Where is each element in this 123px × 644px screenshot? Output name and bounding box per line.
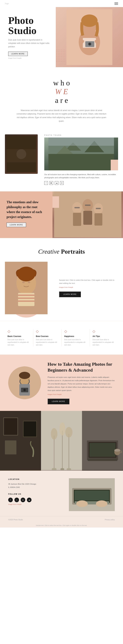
footer: LOCATION 38 Jackson Blvd Ste 1020 Chicag… <box>0 470 123 516</box>
svg-point-42 <box>19 372 30 379</box>
portrait-image-wrap <box>5 262 54 314</box>
happiness-title: Happiness <box>64 335 87 338</box>
gallery-section <box>0 411 123 470</box>
footer-laptop-inner <box>69 478 115 511</box>
peach-decoration-left <box>52 196 59 208</box>
logo: logo <box>5 2 9 5</box>
privacy-policy-link[interactable]: Privacy policy <box>105 519 115 520</box>
follow-us-section: FOLLOW US f t in ☁ Image From Freepik <box>8 493 61 505</box>
man-illustration <box>8 366 41 399</box>
svg-rect-47 <box>24 422 36 436</box>
svg-point-70 <box>76 500 88 507</box>
social-icons-row: f ▶ ☁ ◎ <box>44 181 118 185</box>
quote-section: The emotions and slow philosophy as the … <box>0 192 123 238</box>
tours-caption: Our all inclusive tours are a life-chang… <box>44 173 118 179</box>
portraits-learn-more-button[interactable]: LEARN MORE <box>59 292 81 297</box>
art-tips-desc: Duis aute irure dolor in reprehenderit i… <box>93 338 116 346</box>
svg-point-10 <box>16 149 26 159</box>
hero-photo <box>56 7 123 67</box>
hero-image-credit: Image From Freepik <box>8 57 51 59</box>
hamburger-button[interactable] <box>115 2 118 5</box>
hero-title: Photo Studio <box>8 15 51 36</box>
tours-image-inner <box>44 138 118 170</box>
facebook-icon[interactable]: f <box>44 181 48 185</box>
instagram-icon[interactable]: ◎ <box>60 181 64 185</box>
phone-screen <box>6 136 36 172</box>
footer-facebook-icon[interactable]: f <box>8 498 13 502</box>
art-tips-title: Art Tips <box>93 335 116 338</box>
dots-decoration <box>56 49 66 62</box>
svg-point-71 <box>96 500 108 507</box>
feature-bow-courses: ◇ Bow Courses Duis aute irure dolor in r… <box>33 329 61 346</box>
svg-rect-35 <box>18 300 34 302</box>
gallery-photo-2 <box>41 411 82 470</box>
who-we-are-section: w h o W E a r e Maecenas sed diam eget r… <box>0 67 123 131</box>
basic-courses-icon: ◇ <box>7 329 30 334</box>
portrait-photo-inner <box>5 262 48 314</box>
svg-point-3 <box>81 14 98 27</box>
svg-rect-21 <box>83 211 92 225</box>
footer-linkedin-icon[interactable]: in <box>21 498 25 502</box>
tours-big-image <box>44 138 118 170</box>
art-tips-icon: ◇ <box>93 329 116 334</box>
footer-cloud-icon[interactable]: ☁ <box>27 498 31 502</box>
navbar: logo <box>0 0 123 7</box>
footer-address: 38 Jackson Blvd Ste 1020 ChicagoIL 60604… <box>8 482 61 489</box>
portrait-photo <box>5 262 48 314</box>
howto-photo <box>8 366 41 399</box>
hero-description: Duis aute irure dolor in reprehenderit i… <box>8 38 51 48</box>
phone-photo <box>6 136 36 172</box>
portrait-illustration <box>5 262 48 314</box>
svg-rect-24 <box>74 207 80 208</box>
footer-sample-text: Sample text. Click to select the text bo… <box>0 523 123 528</box>
bow-courses-desc: Duis aute irure dolor in reprehenderit i… <box>36 338 59 346</box>
gallery-photo-3 <box>82 411 123 470</box>
quote-image <box>52 192 123 238</box>
svg-rect-26 <box>96 208 101 209</box>
svg-point-41 <box>24 389 25 391</box>
howto-paragraph: Phaseras vel turpis nunc eget lorem dolo… <box>48 376 115 392</box>
portraits-image-credit: Images From Freepik <box>59 286 118 288</box>
tours-phone-image <box>5 134 38 174</box>
twitter-icon[interactable]: ☁ <box>55 181 58 185</box>
tours-landscape <box>44 138 118 170</box>
gallery-image-2 <box>41 411 82 471</box>
youtube-icon[interactable]: ▶ <box>50 181 53 185</box>
footer-social-icons: f t in ☁ <box>8 498 61 502</box>
quote-learn-more-button[interactable]: LEARN MORE <box>6 222 26 227</box>
tours-right: PHOTO TOURS Our all inclusive tours are … <box>41 134 118 185</box>
hero-learn-more-button[interactable]: LEARN MORE <box>8 52 28 56</box>
quote-left: The emotions and slow philosophy as the … <box>0 192 52 238</box>
svg-rect-19 <box>73 213 81 226</box>
howto-learn-more-button[interactable]: LEARN MORE <box>48 398 69 404</box>
svg-rect-16 <box>48 138 114 146</box>
tours-left <box>5 134 41 185</box>
howto-section: How to Take Amazing Photos for Beginners… <box>0 355 123 411</box>
svg-point-31 <box>28 281 30 283</box>
creative-portraits-section: Creative Portraits <box>0 238 123 321</box>
svg-rect-45 <box>4 418 17 435</box>
svg-rect-49 <box>41 411 82 470</box>
bow-courses-title: Bow Courses <box>36 335 59 338</box>
peach-decoration <box>111 160 118 170</box>
feature-happiness: ◇ Happiness Duis aute irure dolor in rep… <box>61 329 90 346</box>
happiness-desc: Duis aute irure dolor in reprehenderit i… <box>64 338 87 346</box>
footer-photo <box>69 478 115 511</box>
three-women <box>52 192 123 238</box>
howto-heading: How to Take Amazing Photos for Beginners… <box>48 361 115 373</box>
footer-copyright: ©2020 Photo Studio <box>8 519 23 520</box>
tours-label: PHOTO TOURS <box>44 134 118 136</box>
features-section: ◇ Basic Courses Duis aute irure dolor in… <box>0 321 123 355</box>
basic-courses-title: Basic Courses <box>7 335 30 338</box>
svg-rect-48 <box>5 440 16 454</box>
who-title: w h o W E a r e <box>13 79 110 105</box>
portraits-heading: Creative Portraits <box>5 248 118 255</box>
footer-image-credit: Image From Freepik <box>8 504 61 505</box>
gallery-image-3 <box>82 411 123 471</box>
bow-courses-icon: ◇ <box>36 329 59 334</box>
hero-illustration <box>66 9 112 65</box>
footer-twitter-icon[interactable]: t <box>14 498 19 502</box>
portrait-sample-text: Sample text. Click to select the text bo… <box>59 279 118 285</box>
footer-laptop-photo <box>69 478 115 511</box>
svg-rect-62 <box>89 443 116 457</box>
